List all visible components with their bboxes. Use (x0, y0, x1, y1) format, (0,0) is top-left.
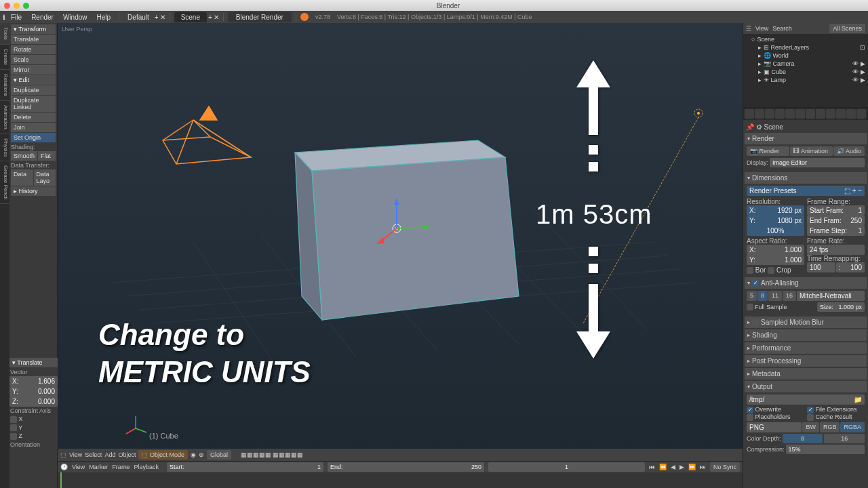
tree-cube[interactable]: ▸ ▣ Cube 👁 ▶ (746, 68, 865, 76)
vp-menu-view[interactable]: View (69, 451, 82, 458)
menu-window[interactable]: Window (59, 12, 92, 22)
editor-type-icon[interactable]: ℹ (3, 14, 5, 21)
render-engine-dropdown[interactable]: Blender Render (228, 12, 292, 22)
depth-16[interactable]: 16 (824, 434, 865, 443)
metadata-panel-header[interactable]: Metadata (745, 368, 867, 380)
outliner-type-icon[interactable]: ☰ (746, 25, 751, 32)
vector-x-field[interactable]: X:1.606 (9, 376, 58, 386)
scene-dropdown[interactable]: Scene (174, 12, 207, 22)
frame-start-field[interactable]: Start Fram:1 (807, 205, 865, 216)
context-render-icon[interactable] (745, 109, 754, 119)
aa-5[interactable]: 5 (747, 291, 757, 301)
mode-dropdown[interactable]: ⬚ Object Mode (138, 450, 188, 460)
border-checkbox[interactable] (747, 267, 753, 274)
tree-scene[interactable]: ○ Scene (746, 35, 865, 43)
scale-button[interactable]: Scale (11, 55, 56, 64)
vector-z-field[interactable]: Z:0.000 (9, 396, 58, 407)
tab-tools[interactable]: Tools (0, 23, 9, 45)
layer-buttons[interactable]: ▦▦▦▦▦ ▦▦▦▦▦ (241, 451, 304, 458)
data-button[interactable]: Data (11, 169, 33, 186)
delete-button[interactable]: Delete (11, 113, 56, 122)
tree-world[interactable]: ▸ 🌐 World (746, 52, 865, 60)
file-ext-checkbox[interactable] (807, 407, 814, 413)
overwrite-checkbox[interactable] (747, 407, 753, 413)
tab-grease-pencil[interactable]: Grease Pencil (0, 161, 9, 204)
tab-relations[interactable]: Relations (0, 70, 9, 101)
data-layout-button[interactable]: Data Layo (34, 169, 56, 186)
timeline-track[interactable] (58, 472, 743, 488)
tree-lamp[interactable]: ▸ ☀ Lamp 👁 ▶ (746, 76, 865, 84)
output-panel-header[interactable]: Output (745, 381, 867, 392)
animation-button[interactable]: 🎞 Animation (790, 146, 833, 156)
format-dropdown[interactable]: PNG (747, 422, 802, 432)
aa-11[interactable]: 11 (768, 291, 782, 301)
remap-old-field[interactable]: 100 (807, 262, 835, 272)
aspect-y-field[interactable]: Y:1.000 (747, 255, 804, 265)
timeline-type-icon[interactable]: 🕐 (60, 464, 68, 470)
pivot-icon[interactable]: ⊕ (199, 451, 204, 458)
orientation-dropdown[interactable]: Global (207, 450, 231, 460)
3d-viewport[interactable]: User Persp (58, 23, 743, 488)
edit-header[interactable]: ▾ Edit (11, 75, 56, 85)
remap-new-field[interactable]: : 100 (836, 262, 865, 272)
context-scene-icon[interactable] (765, 109, 774, 119)
outliner-menu-search[interactable]: Search (772, 25, 792, 32)
aa-16[interactable]: 16 (783, 291, 796, 301)
context-object-icon[interactable] (785, 109, 795, 119)
fps-dropdown[interactable]: 24 fps (807, 245, 865, 255)
rgb-button[interactable]: RGB (820, 422, 840, 432)
minimize-window-icon[interactable] (14, 3, 20, 9)
full-sample-checkbox[interactable] (747, 304, 753, 310)
output-path-field[interactable]: /tmp/📁 (747, 394, 865, 405)
play-reverse-icon[interactable]: ◀ (671, 464, 675, 470)
outliner-filter[interactable]: All Scenes (829, 24, 865, 33)
editor-type-icon[interactable]: ⬚ (60, 451, 66, 458)
resolution-y-field[interactable]: Y:1080 px (747, 216, 804, 226)
vp-menu-add[interactable]: Add (104, 451, 115, 458)
render-button[interactable]: 📷 Render (747, 146, 789, 156)
start-frame-field[interactable]: Start:1 (167, 462, 323, 472)
jump-start-icon[interactable]: ⏮ (649, 464, 655, 470)
jump-end-icon[interactable]: ⏭ (700, 464, 706, 470)
operator-header[interactable]: ▾ Translate (9, 358, 58, 367)
transform-header[interactable]: ▾ Transform (11, 24, 56, 34)
dimensions-panel-header[interactable]: Dimensions (745, 172, 867, 184)
rotate-button[interactable]: Rotate (11, 45, 56, 54)
placeholders-checkbox[interactable] (747, 414, 753, 421)
context-texture-icon[interactable] (836, 109, 846, 119)
close-scene-icon[interactable]: ✕ (214, 14, 219, 21)
vp-menu-object[interactable]: Object (118, 451, 136, 458)
audio-button[interactable]: 🔊 Audio (833, 146, 865, 156)
maximize-window-icon[interactable] (23, 3, 29, 9)
history-header[interactable]: ▸ History (11, 186, 56, 196)
play-icon[interactable]: ▶ (679, 464, 684, 470)
context-modifiers-icon[interactable] (806, 109, 815, 119)
prev-key-icon[interactable]: ⏪ (659, 464, 667, 470)
resolution-x-field[interactable]: X:1920 px (747, 205, 804, 216)
context-world-icon[interactable] (775, 109, 785, 119)
layout-dropdown[interactable]: Default (123, 12, 153, 22)
aa-checkbox[interactable] (752, 280, 759, 287)
menu-help[interactable]: Help (93, 12, 115, 22)
render-panel-header[interactable]: Render (745, 133, 867, 144)
flat-button[interactable]: Flat (38, 151, 56, 161)
aa-panel-header[interactable]: Anti-Aliasing (745, 277, 867, 289)
resolution-pct-field[interactable]: 100% (747, 226, 804, 236)
cache-checkbox[interactable] (807, 414, 814, 421)
close-layout-icon[interactable]: ✕ (160, 14, 165, 21)
context-particles-icon[interactable] (846, 109, 856, 119)
tab-physics[interactable]: Physics (0, 134, 9, 162)
aa-size-field[interactable]: Size:1.000 px (817, 302, 865, 312)
set-origin-button[interactable]: Set Origin (11, 133, 56, 142)
outliner-menu-view[interactable]: View (755, 25, 768, 32)
menu-render[interactable]: Render (27, 12, 58, 22)
aa-filter-dropdown[interactable]: Mitchell-Netravali (797, 291, 865, 301)
compression-field[interactable]: 15% (786, 445, 865, 454)
shading-panel-header[interactable]: Shading (745, 329, 867, 341)
display-dropdown[interactable]: Image Editor (770, 158, 865, 167)
vector-y-field[interactable]: Y:0.000 (9, 386, 58, 396)
tl-menu-view[interactable]: View (72, 464, 85, 470)
tab-create[interactable]: Create (0, 45, 9, 70)
tree-camera[interactable]: ▸ 📷 Camera 👁 ▶ (746, 60, 865, 68)
constraint-y-checkbox[interactable] (10, 424, 17, 431)
